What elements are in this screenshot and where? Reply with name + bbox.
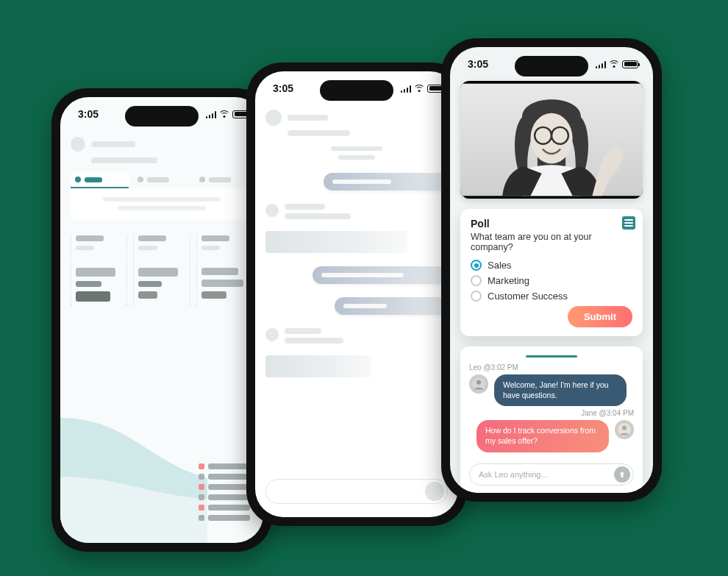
phone-notch <box>320 80 393 101</box>
flow-chart <box>60 396 263 543</box>
radio-icon <box>471 260 482 271</box>
chat-input-field[interactable] <box>479 470 614 479</box>
message-meta: Leo @3:02 PM <box>469 363 634 371</box>
poll-option-marketing[interactable]: Marketing <box>471 275 632 286</box>
send-button[interactable] <box>614 466 630 483</box>
tab-item[interactable] <box>133 172 191 188</box>
signal-icon <box>596 60 607 68</box>
poll-card: Poll What team are you on at your compan… <box>460 209 643 336</box>
chat-message-jane: How do I track conversions from my sales… <box>469 420 634 452</box>
signal-icon <box>206 110 217 118</box>
poll-question: What team are you on at your company? <box>471 232 632 252</box>
wifi-icon <box>414 85 424 92</box>
battery-icon <box>622 60 638 68</box>
presenter-video[interactable] <box>460 81 643 199</box>
send-icon[interactable] <box>425 482 444 501</box>
poll-option-label: Customer Success <box>488 291 568 302</box>
phone-notch <box>515 56 588 77</box>
phone-messages: 3:05 <box>246 63 467 526</box>
chat-message-leo: Welcome, Jane! I'm here if you have ques… <box>469 374 634 406</box>
arrow-up-icon <box>618 470 627 479</box>
panel <box>71 188 253 219</box>
signal-icon <box>401 85 412 93</box>
radio-icon <box>471 275 482 286</box>
svg-point-8 <box>622 426 627 430</box>
bubble-skeleton <box>313 266 448 284</box>
avatar-jane <box>615 420 634 439</box>
bubble-skeleton <box>335 297 448 315</box>
message-text: Welcome, Jane! I'm here if you have ques… <box>494 374 627 406</box>
message-meta: Jane @3:04 PM <box>469 409 634 417</box>
phone-notch <box>125 106 199 127</box>
poll-option-customer-success[interactable]: Customer Success <box>471 291 632 302</box>
phone-analytics: 3:05 <box>51 88 272 552</box>
wifi-icon <box>609 60 619 68</box>
radio-icon <box>471 291 482 302</box>
message-text: How do I track conversions from my sales… <box>477 420 609 452</box>
drag-handle[interactable] <box>526 355 577 358</box>
wifi-icon <box>219 110 229 118</box>
status-time: 3:05 <box>273 82 293 94</box>
conversation <box>255 146 458 377</box>
submit-button[interactable]: Submit <box>568 306 632 327</box>
chat-input[interactable] <box>469 463 634 486</box>
poll-option-label: Marketing <box>488 275 529 286</box>
poll-option-sales[interactable]: Sales <box>471 260 632 271</box>
svg-point-6 <box>477 380 481 385</box>
columns <box>71 227 253 306</box>
phone-webinar: 3:05 <box>441 38 662 502</box>
avatar-leo <box>469 374 488 394</box>
status-time: 3:05 <box>468 58 488 70</box>
slab-skeleton <box>265 231 407 253</box>
tab-item[interactable] <box>71 172 129 188</box>
poll-list-icon <box>622 216 635 230</box>
poll-option-label: Sales <box>488 260 512 271</box>
message-input[interactable] <box>265 479 448 504</box>
tab-item[interactable] <box>195 172 253 188</box>
chat-card: Leo @3:02 PM Welcome, Jane! I'm here if … <box>460 346 643 493</box>
status-time: 3:05 <box>78 108 99 120</box>
poll-heading: Poll <box>471 218 632 230</box>
slab-skeleton <box>265 355 371 377</box>
bubble-skeleton <box>324 173 448 191</box>
tabs <box>71 172 253 188</box>
